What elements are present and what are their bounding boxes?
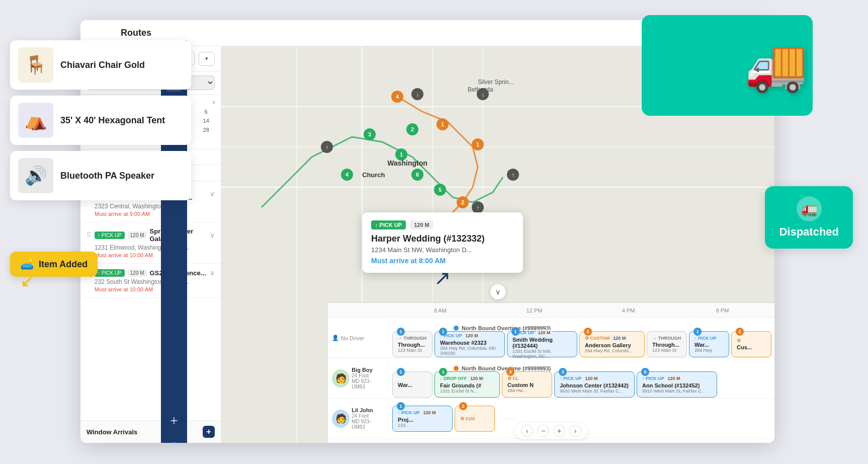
item-card-tent-name: 35' X 40' Hexagonal Tent xyxy=(60,115,165,126)
order-expand-icon[interactable]: ∨ xyxy=(210,231,215,239)
order-expand-icon[interactable]: ∨ xyxy=(210,269,215,277)
drag-handle[interactable]: ⠿ xyxy=(86,231,92,239)
sidebar-icon-user[interactable]: 👤 xyxy=(166,439,182,443)
add-button[interactable]: + xyxy=(203,426,215,438)
block-type: ↑ PICK UP 120 M xyxy=(512,330,572,336)
timeline-row-bigboy: 🧑 Big Boy 24 Foot MD 923-UM83 North Boun… xyxy=(328,358,774,399)
item-card-speaker-img: 🔊 xyxy=(18,158,53,193)
block-addr: 284 Hw... xyxy=(507,388,547,393)
cal-day-28[interactable]: 28 xyxy=(197,126,215,136)
svg-text:Washington: Washington xyxy=(387,159,427,167)
map-collapse-button[interactable]: ∨ xyxy=(490,284,505,299)
svg-text:↑: ↑ xyxy=(511,172,514,179)
block-type: ↑ PICK UP xyxy=(695,336,724,341)
driver-avatar: 🧑 xyxy=(332,369,350,388)
driver-avatar: 🧑 xyxy=(332,410,350,428)
block-addr: 284 Hwy xyxy=(695,348,724,353)
truck-area: 🚚 xyxy=(642,15,813,116)
address-dropdown[interactable]: ▾ xyxy=(199,52,215,66)
timeline-block[interactable]: 3 ⚙ CL Custom N 284 Hw... xyxy=(502,371,552,398)
block-type: ↑ PICK UP 120 M xyxy=(398,410,447,416)
timeline-pagination: ‹ − + › xyxy=(515,423,587,439)
timeline-block[interactable]: 1 ↑ PICK UP 120 M Proj... 133... xyxy=(392,406,453,432)
route-dot-blue xyxy=(454,326,459,331)
block-badge: 6 xyxy=(641,368,649,376)
block-badge: 1 xyxy=(511,328,519,336)
timeline-block[interactable]: → THROUGH Through... 123 Main St xyxy=(647,331,687,357)
route-label-orange: North Bound Overtime (#9999993) xyxy=(454,365,551,371)
block-badge: 3 xyxy=(559,368,567,376)
cal-day-14[interactable]: 14 xyxy=(197,117,215,125)
block-type: ↑ PICK UP 120 M xyxy=(560,375,629,381)
dispatched-text: Dispatched xyxy=(779,225,839,239)
pag-plus[interactable]: + xyxy=(553,425,565,437)
svg-text:↑: ↑ xyxy=(476,204,479,211)
block-badge: 1 xyxy=(397,328,405,336)
timeline-block[interactable]: 3 ↑ PICK UP 120 M Johnson Center (#13244… xyxy=(554,371,635,398)
svg-text:3: 3 xyxy=(368,131,371,137)
item-card-chair-name: Chiavari Chair Gold xyxy=(60,60,145,70)
timeline-block[interactable]: 1 ↑ PICK UP 120 M Smith Wedding (#132444… xyxy=(507,331,577,357)
block-name: Fair Grounds (# xyxy=(440,382,494,389)
item-added-icon: 🛋️ xyxy=(20,258,34,271)
popup-title: Harper Wedding (#132332) xyxy=(371,234,514,244)
svg-text:4: 4 xyxy=(396,94,399,100)
time-label-12pm: 12 PM xyxy=(487,307,581,314)
popup-arrow-icon: ↗ xyxy=(434,268,451,288)
block-badge: 1 xyxy=(397,368,405,376)
cal-day[interactable]: 6 xyxy=(197,108,215,116)
time-label-8am: 8 AM xyxy=(393,307,487,314)
svg-text:1: 1 xyxy=(476,141,479,147)
timeline-block[interactable]: 1 War... xyxy=(392,371,432,398)
order-item-gs2[interactable]: ⠿ ↑ PICK UP 120 M GS2 Conference... ∨ 23… xyxy=(80,264,221,298)
svg-text:Bethesda: Bethesda xyxy=(468,86,493,93)
time-label-8pm: 8 PM xyxy=(675,307,769,314)
block-addr: 1331 Euclid St N... xyxy=(440,389,494,394)
order-expand-icon[interactable]: ∨ xyxy=(210,190,215,198)
order-list: ⠿ ↑ PICK UP 120 M Sanders Anniversary...… xyxy=(80,181,221,420)
block-type: ⚙ CUSTOM 120 M xyxy=(585,335,639,341)
block-addr: 123 Main St xyxy=(652,348,681,353)
pag-prev[interactable]: ‹ xyxy=(521,425,533,437)
popup-address: 1234 Main St NW, Washington D... xyxy=(371,246,514,254)
popup-type-badge: ↑ PICK UP xyxy=(371,220,406,229)
timeline-block[interactable]: 1 → THROUGH Through... 123 Main St xyxy=(392,331,432,357)
order-distance: 120 M xyxy=(128,269,147,277)
order-type-badge: ↑ PICK UP xyxy=(95,231,125,239)
svg-text:6: 6 xyxy=(416,172,419,178)
block-addr: 284 Hwy Rd, Columbia, MD 209230 xyxy=(440,346,499,356)
pag-next[interactable]: › xyxy=(569,425,581,437)
timeline-block[interactable]: 1 ↑ PICK UP War... 284 Hwy xyxy=(689,331,729,357)
block-name: Proj... xyxy=(398,417,447,423)
svg-text:Church: Church xyxy=(362,171,385,179)
order-time: Must arrive at 10:00 AM xyxy=(95,286,215,292)
item-added-text: Item Added xyxy=(39,259,88,270)
sidebar-icon-add[interactable] xyxy=(166,413,182,429)
item-card-speaker[interactable]: 🔊 Bluetooth PA Speaker xyxy=(10,151,191,200)
timeline-block[interactable]: 2 ⚙ Cus... xyxy=(731,331,771,357)
block-addr: 284 Hwy Rd, Columbi... xyxy=(585,348,639,353)
time-label-4pm: 4 PM xyxy=(581,307,675,314)
svg-text:1: 1 xyxy=(400,151,403,158)
block-badge: 3 xyxy=(506,368,514,376)
timeline-block[interactable]: 2 ⚙ Cus xyxy=(455,406,495,432)
cal-next[interactable]: › xyxy=(213,99,215,106)
item-card-chair[interactable]: 🪑 Chiavari Chair Gold xyxy=(10,40,191,90)
block-type: ⚙ xyxy=(737,338,766,343)
item-added-badge: 🛋️ Item Added ↙ xyxy=(10,252,98,277)
order-item-spring[interactable]: ⠿ ↑ PICK UP 120 M Spring Flower Gala... … xyxy=(80,222,221,264)
block-name: Ann School (#132452) xyxy=(642,382,712,389)
item-card-tent[interactable]: ⛺ 35' X 40' Hexagonal Tent xyxy=(10,96,191,145)
truck-image: 🚚 xyxy=(745,36,813,95)
pag-minus[interactable]: − xyxy=(537,425,549,437)
timeline-block[interactable]: 2 ⚙ CUSTOM 120 M Anderson Gallery 284 Hw… xyxy=(579,331,645,357)
block-type: ⚙ Cus xyxy=(460,416,489,421)
driver-plate: MD 923-UM83 xyxy=(352,378,384,390)
block-name: War... xyxy=(695,342,724,348)
route-dot-orange xyxy=(454,366,459,371)
timeline-block[interactable]: 6 ↑ PICK UP 120 M Ann School (#132452) 9… xyxy=(637,371,717,398)
timeline-row-no-driver: 👤 No Driver North Bound Overtime (#99999… xyxy=(328,318,774,358)
item-added-arrow: ↙ xyxy=(20,272,34,291)
timeline-block[interactable]: 1 ↑ PICK UP 120 M Warehouse #2323 284 Hw… xyxy=(435,331,505,357)
timeline-block[interactable]: 1 ↓ DROP OFF 120 M Fair Grounds (# 1331 … xyxy=(435,371,500,398)
